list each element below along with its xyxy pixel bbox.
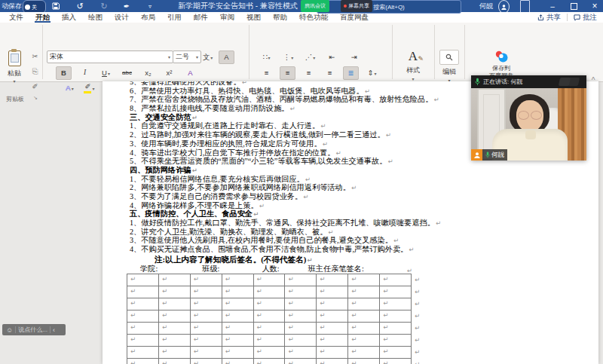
table-cell[interactable]: ↵ (285, 274, 317, 286)
table-cell[interactable]: ↵ (380, 359, 412, 364)
numbering-dropdown[interactable]: ▾ (291, 55, 293, 60)
table-cell[interactable]: ↵ (285, 359, 317, 364)
table-cell[interactable]: ↵ (348, 359, 380, 364)
table-cell[interactable]: ↵ (285, 347, 317, 359)
table-cell[interactable]: ↵ (380, 335, 412, 347)
tab-帮助[interactable]: 帮助 (267, 12, 293, 23)
numbering-button[interactable]: ⋮▾ (280, 50, 296, 64)
chat-quick-bar[interactable]: ☺ 说点什么... ‹ (2, 324, 66, 335)
table-cell[interactable]: ↵ (348, 286, 380, 298)
table-cell[interactable]: ↵ (191, 298, 222, 310)
tab-特色功能[interactable]: 特色功能 (293, 12, 334, 23)
comments-button[interactable]: 批注 (571, 13, 600, 23)
distribute-button[interactable]: ≣ (343, 66, 359, 80)
tab-布局[interactable]: 布局 (135, 12, 161, 23)
table-cell[interactable]: ↵ (191, 347, 222, 359)
underline-button[interactable]: U▾ (98, 66, 114, 80)
chat-input[interactable]: 说点什么... (18, 326, 47, 334)
tab-邮件[interactable]: 邮件 (188, 12, 214, 23)
table-cell[interactable]: ↵ (254, 298, 286, 310)
ink-icon[interactable]: ✒ (119, 0, 134, 12)
table-cell[interactable]: ↵ (254, 310, 286, 323)
search-input[interactable]: 搜索(Alt+Q) (317, 0, 461, 14)
table-cell[interactable]: ↵ (222, 359, 254, 364)
restore-button[interactable] (565, 0, 582, 12)
highlight-color-dropdown[interactable]: ▾ (92, 86, 94, 91)
clipboard-dialog-launcher[interactable]: ↘ (33, 95, 38, 101)
table-cell[interactable]: ↵ (222, 298, 254, 310)
strikethrough-button[interactable]: abc (119, 66, 135, 80)
signature-blank[interactable] (221, 266, 260, 274)
table-cell[interactable]: ↵ (127, 335, 159, 347)
table-cell[interactable]: ↵ (127, 310, 159, 323)
table-cell[interactable]: ↵ (159, 274, 191, 286)
tab-绘图[interactable]: 绘图 (82, 12, 109, 23)
align-left-button[interactable]: ≡ (259, 66, 274, 80)
table-cell[interactable]: ↵ (191, 274, 222, 286)
table-cell[interactable]: ↵ (317, 310, 348, 323)
increase-indent-button[interactable]: ⇥ (346, 50, 362, 64)
table-cell[interactable]: ↵ (254, 347, 286, 359)
decrease-indent-button[interactable]: ⇤ (324, 50, 340, 64)
underline-dropdown[interactable]: ▾ (108, 71, 110, 76)
superscript-button[interactable]: x² (161, 66, 177, 80)
table-cell[interactable]: ↵ (222, 335, 254, 347)
qat-more-icon[interactable]: ▿ (145, 0, 155, 12)
table-cell[interactable]: ↵ (254, 359, 286, 364)
tab-视图[interactable]: 视图 (240, 12, 267, 23)
table-cell[interactable]: ↵ (317, 274, 348, 286)
tab-百度网盘[interactable]: 百度网盘 (334, 12, 375, 23)
table-cell[interactable]: ↵ (380, 310, 412, 323)
share-button[interactable]: 共享 (534, 13, 564, 23)
tab-设计[interactable]: 设计 (109, 12, 135, 23)
table-cell[interactable]: ↵ (159, 298, 191, 310)
text-effects-dropdown[interactable]: ▾ (72, 86, 74, 91)
italic-button[interactable]: I (77, 66, 93, 80)
bold-button[interactable]: B (56, 66, 72, 80)
tab-审阅[interactable]: 审阅 (214, 12, 240, 23)
highlight-color-button[interactable]: ✐▾ (81, 81, 97, 95)
table-cell[interactable]: ↵ (127, 274, 159, 286)
tab-文件[interactable]: 文件 (3, 12, 29, 23)
paste-button[interactable]: 粘贴 ▾ (4, 49, 25, 94)
table-cell[interactable]: ↵ (348, 335, 380, 347)
table-cell[interactable]: ↵ (317, 359, 348, 364)
text-effects-button[interactable]: A▾ (62, 81, 78, 95)
collapse-panel-button[interactable]: ^ (587, 75, 599, 85)
tab-引用[interactable]: 引用 (161, 12, 188, 23)
table-cell[interactable]: ↵ (285, 298, 317, 310)
table-cell[interactable]: ↵ (127, 347, 159, 359)
table-cell[interactable]: ↵ (127, 323, 159, 335)
emoji-icon[interactable]: ☺ (6, 326, 13, 334)
editing-button[interactable]: 编辑 ▾ (438, 50, 461, 83)
table-cell[interactable]: ↵ (317, 347, 348, 359)
tab-插入[interactable]: 插入 (56, 12, 82, 23)
table-cell[interactable]: ↵ (380, 274, 412, 286)
styles-button[interactable]: A✎ 样式 ▾ (397, 50, 429, 81)
phonetic-guide-dropdown[interactable]: ▾ (210, 55, 213, 60)
collapse-chat-icon[interactable]: ‹ (53, 326, 55, 334)
table-cell[interactable]: ↵ (159, 323, 191, 335)
table-cell[interactable]: ↵ (159, 310, 191, 323)
table-cell[interactable]: ↵ (285, 323, 317, 335)
table-cell[interactable]: ↵ (191, 359, 222, 364)
table-cell[interactable]: ↵ (348, 310, 380, 323)
phonetic-guide-button[interactable]: 文▾ (200, 50, 216, 64)
table-cell[interactable]: ↵ (380, 298, 412, 310)
table-cell[interactable]: ↵ (222, 274, 254, 286)
minimize-button[interactable]: – (544, 0, 561, 12)
subscript-button[interactable]: x₂ (140, 66, 156, 80)
table-cell[interactable]: ↵ (222, 347, 254, 359)
table-cell[interactable]: ↵ (159, 359, 191, 364)
table-cell[interactable]: ↵ (159, 347, 191, 359)
font-name-combo[interactable]: 宋体▾ (47, 50, 173, 63)
font-size-combo[interactable]: 二号▾ (173, 50, 201, 63)
table-cell[interactable]: ↵ (285, 335, 317, 347)
table-cell[interactable]: ↵ (348, 323, 380, 335)
close-button[interactable]: × (586, 0, 603, 12)
table-cell[interactable]: ↵ (127, 298, 159, 310)
table-cell[interactable]: ↵ (191, 310, 222, 323)
signature-blank[interactable] (159, 266, 200, 274)
multilevel-list-button[interactable]: ⋰▾ (302, 50, 318, 64)
table-cell[interactable]: ↵ (317, 298, 348, 310)
